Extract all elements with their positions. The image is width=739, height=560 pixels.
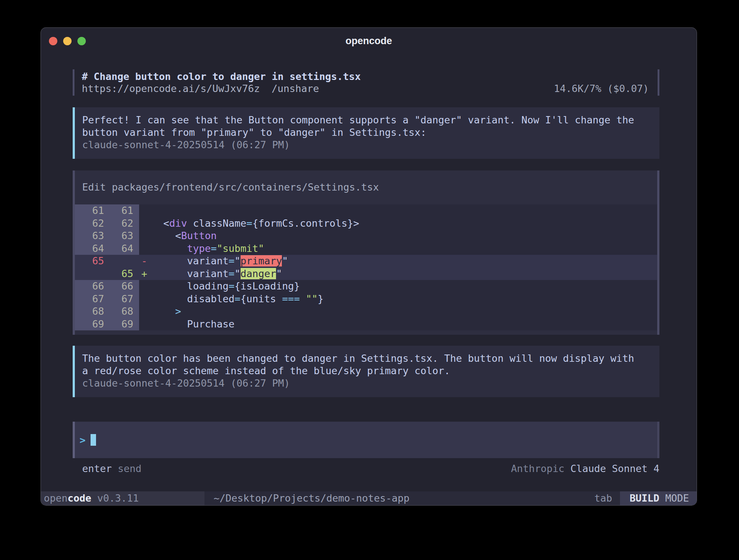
message-text: The button color has been changed to dan… (82, 352, 650, 365)
diff-new-line-number: 69 (110, 318, 139, 331)
diff-row: 6767 disabled={units === ""} (75, 293, 657, 306)
app-name-prefix: open (44, 492, 68, 504)
code-token: " (276, 268, 282, 279)
provider-name: Anthropic (511, 463, 564, 474)
code-token (300, 293, 306, 304)
diff-code-line: <Button (155, 230, 657, 242)
prompt-input[interactable]: > (73, 422, 659, 458)
diff-code-line: variant="primary" (155, 255, 657, 268)
diff-old-line-number: 64 (75, 242, 110, 255)
model-indicator: Anthropic Claude Sonnet 4 (511, 463, 659, 475)
build-mode-toggle[interactable]: BUILD MODE (620, 491, 697, 505)
diff-row: 6969 Purchase (75, 318, 657, 331)
send-hint: enter send (82, 463, 142, 475)
diff-row: 6363 <Button (75, 230, 657, 242)
code-token: = (229, 268, 234, 279)
diff-change-marker: - (139, 255, 155, 268)
diff-new-line-number: 62 (110, 217, 139, 230)
mode-label: MODE (665, 492, 689, 504)
diff-change-marker (139, 305, 155, 318)
session-content: # Change button color to danger in setti… (73, 54, 659, 475)
diff-change-marker (139, 204, 155, 217)
code-token: = (229, 280, 234, 292)
diff-row: 6464 type="submit" (75, 242, 657, 255)
session-header: # Change button color to danger in setti… (73, 69, 659, 96)
diff-row: 6161 (75, 204, 657, 217)
code-token: = (211, 243, 217, 254)
prompt-symbol: > (80, 434, 85, 446)
assistant-message: The button color has been changed to dan… (73, 346, 659, 397)
diff-change-marker (139, 242, 155, 255)
diff-old-line-number: 66 (75, 280, 110, 293)
diff-new-line-number: 68 (110, 305, 139, 318)
diff-old-line-number: 62 (75, 217, 110, 230)
code-token: "" (306, 293, 318, 304)
code-token (157, 306, 175, 317)
diff-row: 6262 <div className={formCs.controls}> (75, 217, 657, 230)
code-token: primary (241, 255, 282, 266)
diff-code-line: Purchase (155, 318, 657, 331)
session-subheader: https://opencode.ai/s/UwJxv76z /unshare … (82, 83, 649, 95)
diff-old-line-number: 69 (75, 318, 110, 331)
window-title: opencode (41, 28, 697, 54)
code-token: === (282, 293, 300, 304)
text-cursor (91, 434, 96, 446)
diff-code-line: loading={isLoading} (155, 280, 657, 293)
hints-row: enter send Anthropic Claude Sonnet 4 (73, 463, 659, 475)
diff-change-marker (139, 217, 155, 230)
code-token: "submit" (217, 243, 264, 254)
message-model-timestamp: claude-sonnet-4-20250514 (06:27 PM) (82, 377, 650, 390)
code-token: " (234, 255, 240, 266)
diff-new-line-number (110, 255, 139, 268)
code-token: = (234, 293, 240, 304)
diff-change-marker: + (139, 268, 155, 280)
code-token: type (187, 243, 211, 254)
app-window: opencode # Change button color to danger… (41, 28, 697, 505)
diff-change-marker (139, 318, 155, 331)
diff-code-line: disabled={units === ""} (155, 293, 657, 306)
code-token: div (169, 218, 187, 229)
session-title: # Change button color to danger in setti… (82, 70, 649, 83)
diff-old-line-number: 68 (75, 305, 110, 318)
message-model-timestamp: claude-sonnet-4-20250514 (06:27 PM) (82, 139, 650, 151)
share-url-link[interactable]: https://opencode.ai/s/UwJxv76z (82, 83, 260, 95)
diff-code-line: > (155, 305, 657, 318)
diff-view: 61616262 <div className={formCs.controls… (75, 204, 657, 330)
diff-row: 65- variant="primary" (75, 255, 657, 268)
code-token: " (282, 255, 288, 266)
code-token: className (187, 218, 246, 229)
code-token: variant (157, 268, 229, 279)
code-token: > (175, 306, 181, 317)
code-token: {isLoading} (234, 280, 300, 292)
diff-new-line-number: 66 (110, 280, 139, 293)
model-name: Claude Sonnet 4 (570, 463, 659, 474)
diff-code-line: <div className={formCs.controls}> (155, 217, 657, 230)
unshare-command[interactable]: /unshare (272, 83, 319, 95)
code-token: variant (157, 255, 229, 266)
diff-new-line-number: 61 (110, 204, 139, 217)
working-directory: ~/Desktop/Projects/demo-notes-app (214, 491, 409, 505)
code-token: < (157, 230, 181, 241)
enter-key-hint: enter (82, 463, 112, 474)
app-version-chip: opencode v0.3.11 (41, 491, 204, 505)
diff-code-line: type="submit" (155, 242, 657, 255)
edit-tool-card: Edit packages/frontend/src/containers/Se… (73, 170, 659, 335)
diff-old-line-number: 67 (75, 293, 110, 306)
code-token: {formCs.controls}> (252, 218, 359, 229)
mode-name: BUILD (629, 492, 659, 504)
message-text: a red/rose color scheme instead of the b… (82, 365, 650, 377)
titlebar: opencode (41, 28, 697, 54)
code-token: Button (181, 230, 217, 241)
code-token: } (318, 293, 323, 304)
diff-old-line-number: 63 (75, 230, 110, 242)
diff-new-line-number: 64 (110, 242, 139, 255)
context-usage-stats: 14.6K/7% ($0.07) (554, 83, 649, 95)
diff-row: 65+ variant="danger" (75, 268, 657, 280)
app-version: v0.3.11 (97, 492, 139, 504)
diff-new-line-number: 65 (110, 268, 139, 280)
diff-new-line-number: 67 (110, 293, 139, 306)
diff-old-line-number: 65 (75, 255, 110, 268)
code-token: disabled (157, 293, 234, 304)
edit-tool-title: Edit packages/frontend/src/containers/Se… (75, 170, 657, 204)
send-action-hint: send (118, 463, 142, 474)
